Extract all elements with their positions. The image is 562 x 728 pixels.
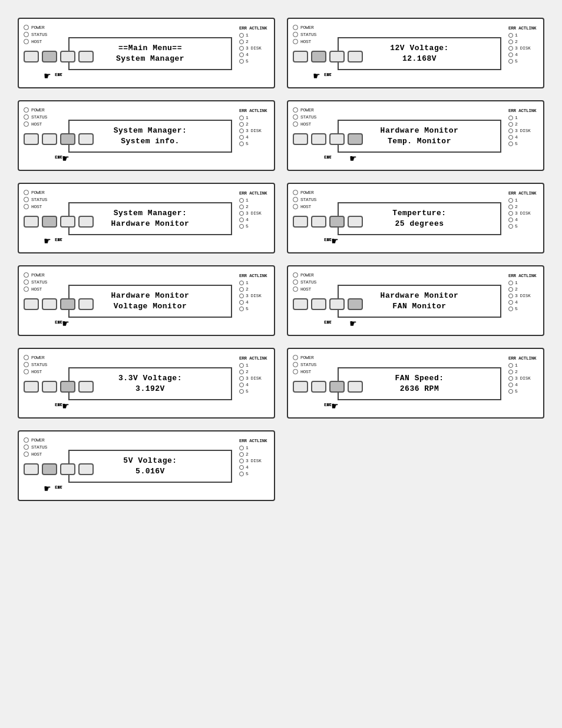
btn-esc[interactable]: [78, 216, 94, 228]
disk-led-row: 1: [239, 280, 249, 285]
btn-ent[interactable]: [60, 463, 75, 475]
disk-led-2: [508, 370, 513, 374]
err-actlink-label: ERR ACTLINK: [239, 356, 267, 361]
led-row-status: STATUS: [24, 32, 64, 37]
btn-up[interactable]: [24, 133, 39, 145]
btn-esc[interactable]: [348, 51, 363, 62]
btn-down[interactable]: [311, 216, 326, 228]
btn-wrapper-up: ▲: [24, 381, 39, 393]
panel-left: POWER STATUS HOST ▲ ▼: [293, 107, 333, 165]
btn-up[interactable]: [293, 216, 308, 228]
disk-num-5: 5: [515, 223, 518, 229]
btn-ent[interactable]: [60, 216, 75, 228]
led-power: [24, 355, 29, 360]
disk-led-1: [508, 116, 513, 120]
btn-up[interactable]: [293, 51, 308, 62]
disk-led-row: 2: [508, 121, 518, 127]
btn-up[interactable]: [24, 463, 39, 475]
disk-led-2: [508, 205, 513, 209]
panel-temperature: POWER STATUS HOST ▲ ▼: [287, 183, 544, 253]
btn-ent[interactable]: [329, 381, 345, 393]
disk-num-3: 3: [246, 45, 249, 51]
btn-ent[interactable]: [329, 133, 345, 145]
btn-down[interactable]: [311, 133, 326, 145]
btn-down[interactable]: [42, 216, 57, 228]
disk-label: DISK: [251, 459, 262, 463]
btn-down[interactable]: [311, 381, 326, 393]
led-label-power: POWER: [31, 107, 45, 113]
led-label-host: HOST: [31, 452, 42, 457]
disk-num-2: 2: [515, 204, 518, 209]
display-line2: 25 degrees: [395, 219, 444, 229]
disk-led-row: 5: [239, 388, 249, 394]
btn-up[interactable]: [24, 51, 39, 62]
disk-num-4: 4: [246, 134, 249, 140]
disk-num-1: 1: [246, 197, 249, 203]
led-label-power: POWER: [300, 355, 314, 360]
led-row-status: STATUS: [293, 362, 333, 367]
btn-wrapper-up: ▲: [24, 463, 39, 475]
disk-led-row: 4: [239, 217, 249, 222]
btn-down[interactable]: [42, 298, 57, 310]
disk-led-3: [239, 376, 244, 381]
led-label-power: POWER: [300, 25, 314, 30]
display-line2: Voltage Monitor: [114, 301, 187, 312]
btn-up[interactable]: [24, 298, 39, 310]
panel-left: POWER STATUS HOST ▲ ▼: [24, 107, 64, 165]
btn-esc[interactable]: [348, 133, 363, 145]
btn-esc[interactable]: [348, 216, 363, 228]
btn-up[interactable]: [293, 133, 308, 145]
btn-esc[interactable]: [78, 463, 94, 475]
btn-esc[interactable]: [78, 381, 94, 393]
led-row-status: STATUS: [293, 197, 333, 202]
led-group: POWER STATUS HOST: [293, 272, 333, 292]
display-line2: System info.: [121, 136, 180, 147]
disk-led-2: [508, 39, 513, 44]
btn-esc[interactable]: [348, 381, 363, 393]
led-label-status: STATUS: [31, 279, 47, 285]
btn-ent[interactable]: [60, 381, 75, 393]
btn-up[interactable]: [293, 298, 308, 310]
btn-ent[interactable]: [329, 298, 345, 310]
panel-right: ERR ACTLINK 1 2 3 DISK 4 5: [237, 437, 269, 495]
btn-down[interactable]: [42, 133, 57, 145]
led-row-power: POWER: [293, 107, 333, 113]
led-status: [293, 362, 298, 367]
disk-num-2: 2: [246, 121, 249, 127]
btn-down[interactable]: [42, 463, 57, 475]
led-row-power: POWER: [293, 272, 333, 278]
disk-num-5: 5: [246, 223, 249, 229]
btn-esc[interactable]: [78, 133, 94, 145]
btn-ent[interactable]: [60, 51, 75, 62]
disk-led-row: 1: [239, 32, 249, 38]
btn-down[interactable]: [42, 51, 57, 62]
led-row-host: HOST: [24, 204, 64, 209]
panel-3v3-voltage: POWER STATUS HOST ▲ ▼: [18, 348, 275, 419]
disk-num-4: 4: [515, 217, 518, 222]
btn-wrapper-esc: ESC: [78, 51, 94, 62]
disk-led-4: [508, 52, 513, 57]
button-container: ▲ ▼ ENT ESC: [24, 298, 94, 318]
disk-num-5: 5: [515, 58, 518, 64]
btn-ent[interactable]: [329, 216, 345, 228]
disk-led-2: [239, 370, 244, 374]
btn-esc[interactable]: [78, 298, 94, 310]
btn-ent[interactable]: [329, 51, 345, 62]
btn-esc[interactable]: [348, 298, 363, 310]
btn-wrapper-down: ▼: [311, 133, 326, 145]
btn-up[interactable]: [24, 381, 39, 393]
btn-down[interactable]: [311, 298, 326, 310]
led-row-host: HOST: [293, 204, 333, 209]
btn-up[interactable]: [24, 216, 39, 228]
btn-ent[interactable]: [60, 133, 75, 145]
btn-up[interactable]: [293, 381, 308, 393]
btn-down[interactable]: [311, 51, 326, 62]
btn-ent[interactable]: [60, 298, 75, 310]
button-container: ▲ ▼ ENT ESC: [24, 216, 94, 236]
btn-wrapper-esc: ESC: [348, 51, 363, 62]
btn-down[interactable]: [42, 381, 57, 393]
btn-esc[interactable]: [78, 51, 94, 62]
disk-num-3: 3: [515, 375, 518, 381]
panel-right: ERR ACTLINK 1 2 3 DISK 4 5: [237, 272, 269, 330]
btn-wrapper-down: ▼: [311, 381, 326, 393]
